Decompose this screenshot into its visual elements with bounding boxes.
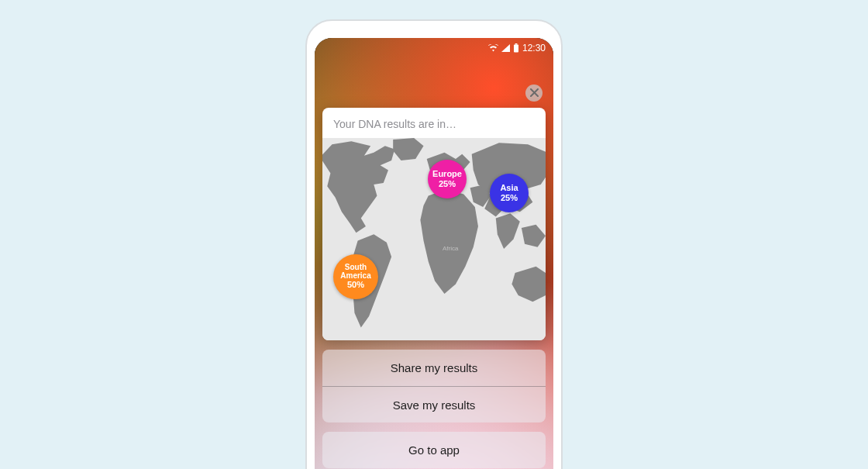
results-card: Your DNA results are in… — [322, 108, 546, 340]
phone-frame: 12:30 Your DNA results are in… — [305, 19, 563, 469]
bubble-south-america: SouthAmerica 50% — [333, 254, 378, 299]
wifi-icon — [488, 44, 498, 52]
svg-rect-1 — [515, 43, 517, 45]
bubble-pct: 50% — [347, 281, 364, 290]
cellular-icon — [501, 44, 510, 52]
battery-icon — [513, 43, 519, 53]
action-sheet-secondary: Go to app — [322, 432, 546, 468]
bubble-europe: Europe 25% — [428, 160, 467, 198]
svg-rect-0 — [514, 45, 518, 53]
bubble-pct: 25% — [439, 180, 456, 189]
bubble-asia: Asia 25% — [490, 174, 529, 212]
world-map: Africa SouthAmerica 50% Europe 25% Asia … — [322, 138, 546, 340]
bubble-region: SouthAmerica — [340, 264, 370, 280]
status-bar: 12:30 — [315, 38, 553, 58]
share-button[interactable]: Share my results — [322, 350, 546, 386]
phone-screen: 12:30 Your DNA results are in… — [315, 38, 553, 469]
close-button[interactable] — [525, 84, 542, 102]
action-sheet: Share my results Save my results — [322, 350, 546, 422]
save-button[interactable]: Save my results — [322, 386, 546, 422]
card-title: Your DNA results are in… — [322, 108, 546, 138]
map-label-africa: Africa — [443, 245, 458, 252]
close-icon — [530, 86, 539, 100]
status-time: 12:30 — [522, 43, 546, 53]
bubble-pct: 25% — [501, 194, 518, 203]
bubble-region: Asia — [500, 184, 518, 193]
goto-app-button[interactable]: Go to app — [322, 432, 546, 468]
bubble-region: Europe — [432, 170, 462, 179]
